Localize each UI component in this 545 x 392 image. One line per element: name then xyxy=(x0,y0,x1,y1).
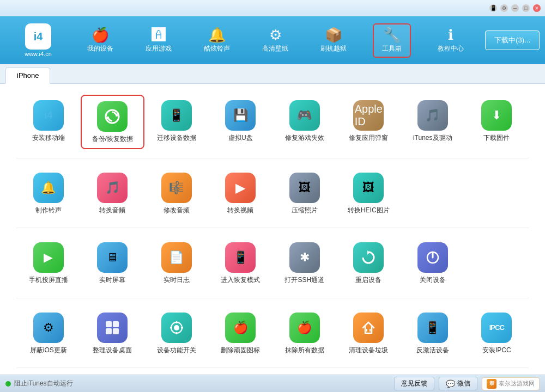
tool-icon-edit-audio: 🎼 xyxy=(161,173,192,203)
maximize-button[interactable]: □ xyxy=(522,4,530,12)
tool-item-backup-restore[interactable]: 备份/恢复数据 xyxy=(81,95,145,149)
tool-label-install-app: 安装移动端 xyxy=(32,134,65,143)
tool-item-convert-audio[interactable]: 🎵 转换音频 xyxy=(81,167,145,219)
tool-item-convert-heic[interactable]: 🖼 转换HEIC图片 xyxy=(337,167,401,219)
empty-slot-empty3 xyxy=(465,237,529,289)
tool-icon-erase-all-data: 🍎 xyxy=(289,313,320,343)
tool-item-compress-photo[interactable]: 🖼 压缩照片 xyxy=(272,167,337,219)
minimize-button[interactable]: ─ xyxy=(511,4,519,12)
tool-item-convert-video[interactable]: ▶ 转换视频 xyxy=(209,167,273,219)
tool-item-fix-popups[interactable]: AppleID 修复应用弹窗 xyxy=(337,95,401,149)
tool-icon-screen-stream: ▶ xyxy=(33,242,64,273)
tool-item-virtual-udisk[interactable]: 💾 虚拟U盘 xyxy=(209,95,273,149)
tool-icon-device-features xyxy=(161,313,192,343)
tool-item-clean-junk[interactable]: 清理设备垃圾 xyxy=(337,307,401,359)
logo-area: i4 www.i4.cn xyxy=(5,23,71,57)
svg-rect-9 xyxy=(113,328,119,334)
settings-icon-btn[interactable]: ⚙ xyxy=(500,4,508,12)
tool-label-convert-video: 转换视频 xyxy=(227,206,253,215)
tool-label-block-ios-update: 屏蔽iOS更新 xyxy=(30,346,67,355)
device-tab-bar: iPhone xyxy=(0,64,545,84)
tool-item-realtime-log[interactable]: 📄 实时日志 xyxy=(144,237,209,289)
tool-item-organize-desktop[interactable]: 整理设备桌面 xyxy=(81,307,145,359)
iphone-tab[interactable]: iPhone xyxy=(5,68,50,84)
row-divider-0 xyxy=(16,158,529,158)
tool-item-device-features[interactable]: 设备功能开关 xyxy=(144,307,209,359)
logo-url: www.i4.cn xyxy=(25,51,52,57)
tool-icon-organize-desktop xyxy=(97,313,128,343)
tool-item-restart-device[interactable]: 重启设备 xyxy=(337,237,401,289)
nav-icon-tutorial: ℹ xyxy=(448,28,453,42)
tool-item-ssh-tunnel[interactable]: ✱ 打开SSH通道 xyxy=(272,237,337,289)
tool-icon-ssh-tunnel: ✱ xyxy=(289,242,320,273)
nav-item-toolbox[interactable]: 🔧 工具箱 xyxy=(373,23,411,58)
phone-icon-btn[interactable]: 📱 xyxy=(489,4,497,12)
nav-item-my-device[interactable]: 🍎 我的设备 xyxy=(81,24,119,57)
tool-label-restart-device: 重启设备 xyxy=(355,276,382,285)
tool-icon-virtual-udisk: 💾 xyxy=(225,100,256,131)
tool-item-migrate-data[interactable]: 📱 迁移设备数据 xyxy=(144,95,209,149)
status-text: 阻止iTunes自动运行 xyxy=(14,379,73,388)
tool-item-make-ringtone[interactable]: 🔔 制作铃声 xyxy=(16,167,81,219)
close-button[interactable]: ✕ xyxy=(533,4,541,12)
tool-icon-backup-restore xyxy=(97,101,128,132)
nav-icon-my-device: 🍎 xyxy=(92,28,109,42)
tool-label-edit-audio: 修改音频 xyxy=(164,206,190,215)
nav-label-jailbreak: 刷机越狱 xyxy=(320,44,347,53)
tool-icon-itunes-driver: 🎵 xyxy=(417,100,448,131)
tool-item-recovery-mode[interactable]: 📱 进入恢复模式 xyxy=(209,237,273,289)
tool-label-compress-photo: 压缩照片 xyxy=(292,206,318,215)
tool-icon-migrate-data: 📱 xyxy=(161,100,192,131)
nav-item-jailbreak[interactable]: 📦 刷机越狱 xyxy=(314,24,353,57)
nav-item-app-games[interactable]: 🅰 应用游戏 xyxy=(140,24,178,57)
status-right: 意见反馈 💬 微信 泰 泰尔达游戏网 xyxy=(394,377,540,390)
partner-label: 泰尔达游戏网 xyxy=(499,379,535,388)
tool-item-screen-stream[interactable]: ▶ 手机投屏直播 xyxy=(16,237,81,289)
tool-icon-delete-stubborn: 🍎 xyxy=(225,313,256,343)
feedback-button[interactable]: 意见反馈 xyxy=(394,377,434,390)
nav-label-wallpapers: 高清壁纸 xyxy=(262,44,288,53)
title-bar: 📱 ⚙ ─ □ ✕ xyxy=(0,0,545,16)
tool-icon-realtime-log: 📄 xyxy=(161,242,192,273)
tool-item-deactivate[interactable]: 📱 反激活设备 xyxy=(401,307,465,359)
tool-icon-compress-photo: 🖼 xyxy=(289,173,320,203)
tool-item-delete-stubborn[interactable]: 🍎 删除顽固图标 xyxy=(209,307,273,359)
tool-label-shutdown-device: 关闭设备 xyxy=(420,276,446,285)
tool-item-fix-games[interactable]: 🎮 修复游戏失效 xyxy=(272,95,337,149)
download-button[interactable]: 下载中(3)... xyxy=(485,30,540,50)
tool-item-itunes-driver[interactable]: 🎵 iTunes及驱动 xyxy=(401,95,465,149)
tool-icon-recovery-mode: 📱 xyxy=(225,242,256,273)
tool-item-download-firmware[interactable]: ⬇ 下载固件 xyxy=(465,95,529,149)
nav-item-tutorial[interactable]: ℹ 教程中心 xyxy=(432,24,470,57)
tool-item-edit-audio[interactable]: 🎼 修改音频 xyxy=(144,167,209,219)
tool-icon-realtime-screen: 🖥 xyxy=(97,242,128,273)
wechat-button[interactable]: 💬 微信 xyxy=(439,377,477,390)
tool-icon-convert-heic: 🖼 xyxy=(353,173,384,203)
tool-label-fix-games: 修复游戏失效 xyxy=(285,134,324,143)
tool-label-realtime-log: 实时日志 xyxy=(164,276,190,285)
tool-icon-fix-popups: AppleID xyxy=(353,100,384,131)
tool-label-virtual-udisk: 虚拟U盘 xyxy=(228,134,253,143)
tool-label-make-ringtone: 制作铃声 xyxy=(35,206,62,215)
nav-item-wallpapers[interactable]: ⚙ 高清壁纸 xyxy=(256,24,294,57)
tool-item-erase-all-data[interactable]: 🍎 抹除所有数据 xyxy=(272,307,337,359)
tool-label-deactivate: 反激活设备 xyxy=(416,346,449,355)
tool-item-realtime-screen[interactable]: 🖥 实时屏幕 xyxy=(81,237,145,289)
status-left: 阻止iTunes自动运行 xyxy=(5,379,73,388)
tool-icon-deactivate: 📱 xyxy=(417,313,448,343)
tool-label-ssh-tunnel: 打开SSH通道 xyxy=(284,276,324,285)
tool-icon-install-ipcc: IPCC xyxy=(481,313,512,343)
main-content: i4 安装移动端 备份/恢复数据 📱 迁移设备数据 💾 xyxy=(0,84,545,375)
tool-label-convert-audio: 转换音频 xyxy=(99,206,125,215)
tool-item-block-ios-update[interactable]: ⚙ 屏蔽iOS更新 xyxy=(16,307,81,359)
tool-item-install-app[interactable]: i4 安装移动端 xyxy=(16,95,81,149)
svg-point-10 xyxy=(174,325,179,330)
tool-item-shutdown-device[interactable]: 关闭设备 xyxy=(401,237,465,289)
row-divider-1 xyxy=(16,228,529,228)
partner-icon: 泰 xyxy=(487,379,496,389)
nav-label-app-games: 应用游戏 xyxy=(146,44,172,53)
tool-label-organize-desktop: 整理设备桌面 xyxy=(93,346,132,355)
nav-item-ringtones[interactable]: 🔔 酷炫铃声 xyxy=(198,24,236,57)
tool-item-install-ipcc[interactable]: IPCC 安装IPCC xyxy=(465,307,529,359)
tool-icon-download-firmware: ⬇ xyxy=(481,100,512,131)
